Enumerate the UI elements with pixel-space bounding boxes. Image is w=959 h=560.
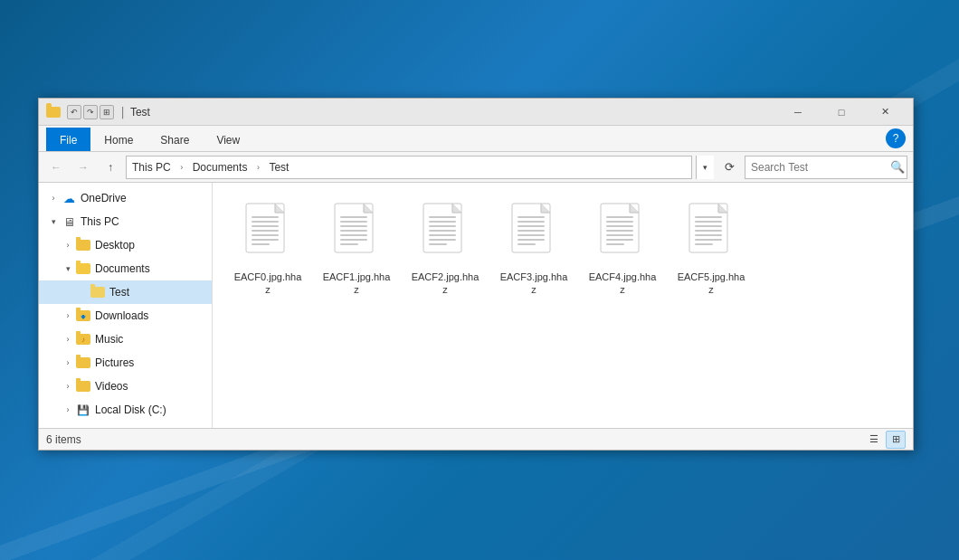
back-button[interactable]: ←	[44, 156, 68, 179]
svg-rect-7	[252, 239, 279, 241]
breadcrumb-documents[interactable]: Documents	[193, 161, 248, 174]
refresh-button[interactable]: ⟳	[717, 156, 741, 179]
sidebar-item-documents[interactable]: ▾ Documents	[39, 257, 212, 280]
expand-videos[interactable]: ›	[61, 379, 75, 394]
test-folder-icon	[90, 284, 106, 300]
breadcrumb-arrow-0[interactable]: ›	[175, 160, 189, 175]
svg-rect-17	[340, 243, 358, 245]
breadcrumb-this-pc[interactable]: This PC	[132, 161, 171, 174]
sidebar-item-desktop[interactable]: › Desktop	[39, 233, 212, 257]
item-count-label: 6 items	[46, 433, 864, 446]
forward-button[interactable]: →	[71, 156, 95, 179]
sidebar-item-test[interactable]: Test	[39, 280, 212, 304]
breadcrumb: This PC › Documents › Test	[132, 160, 289, 175]
svg-rect-53	[695, 243, 713, 245]
tab-view[interactable]: View	[203, 128, 253, 151]
svg-rect-3	[252, 221, 279, 223]
sidebar-item-videos[interactable]: › Videos	[39, 375, 212, 398]
sidebar-label-local-disk: Local Disk (C:)	[95, 403, 166, 416]
expand-local-disk[interactable]: ›	[61, 403, 75, 417]
svg-rect-52	[695, 239, 722, 241]
expand-pictures[interactable]: ›	[61, 356, 75, 370]
expand-downloads[interactable]: ›	[61, 308, 75, 323]
file-icon-3	[507, 202, 561, 267]
file-item-1[interactable]: EACF1.jpg.hhaz	[316, 197, 397, 301]
expand-this-pc[interactable]: ▾	[46, 214, 61, 229]
file-item-4[interactable]: EACF4.jpg.hhaz	[582, 197, 663, 301]
svg-rect-4	[252, 225, 279, 227]
expand-onedrive[interactable]: ›	[46, 191, 61, 205]
qat-undo-button[interactable]: ↶	[67, 105, 81, 119]
search-input[interactable]	[751, 161, 887, 174]
svg-rect-30	[517, 221, 545, 223]
svg-rect-16	[340, 239, 367, 241]
sidebar-label-test: Test	[109, 286, 129, 299]
address-dropdown-btn[interactable]: ▾	[696, 156, 714, 179]
file-name-5: EACF5.jpg.hhaz	[675, 271, 747, 297]
sidebar-item-local-disk[interactable]: › 💾 Local Disk (C:)	[39, 398, 212, 422]
sidebar-item-downloads[interactable]: › Downloads	[39, 304, 212, 327]
minimize-button[interactable]: ─	[777, 99, 819, 126]
svg-rect-34	[517, 239, 545, 241]
local-disk-icon: 💾	[75, 402, 91, 418]
svg-rect-12	[340, 221, 367, 223]
sidebar-item-pictures[interactable]: › Pictures	[39, 351, 212, 375]
svg-rect-31	[517, 225, 545, 227]
view-toggle: ☰ ⊞	[864, 431, 906, 449]
file-explorer-window: ↶ ↷ ⊞ │ Test ─ □ ✕ File Home Share View	[38, 98, 914, 451]
expand-documents[interactable]: ▾	[61, 261, 75, 276]
help-button[interactable]: ?	[886, 128, 906, 148]
file-icon-5	[684, 202, 738, 267]
view-list-button[interactable]: ☰	[864, 431, 884, 449]
file-name-0: EACF0.jpg.hhaz	[232, 271, 304, 297]
sidebar-label-pictures: Pictures	[95, 356, 134, 369]
sidebar-item-this-pc[interactable]: ▾ 🖥 This PC	[39, 210, 212, 233]
address-bar: ← → ↑ This PC › Documents › Test ▾ ⟳ 🔍	[39, 152, 913, 183]
sidebar-item-onedrive[interactable]: › ☁ OneDrive	[39, 186, 212, 210]
maximize-button[interactable]: □	[821, 99, 862, 126]
sidebar-item-music[interactable]: › ♪ Music	[39, 327, 212, 351]
file-item-0[interactable]: EACF0.jpg.hhaz	[227, 197, 309, 301]
videos-folder-icon	[75, 378, 91, 394]
file-name-2: EACF2.jpg.hhaz	[409, 271, 481, 297]
tab-share[interactable]: Share	[147, 128, 203, 151]
expand-music[interactable]: ›	[61, 332, 75, 346]
tab-home[interactable]: Home	[90, 128, 147, 151]
qat-properties-button[interactable]: ⊞	[100, 105, 114, 119]
close-button[interactable]: ✕	[864, 99, 906, 126]
svg-rect-44	[606, 243, 624, 245]
svg-rect-25	[429, 239, 456, 241]
svg-rect-33	[517, 234, 545, 236]
sidebar-label-desktop: Desktop	[95, 239, 135, 252]
address-box[interactable]: This PC › Documents › Test	[126, 156, 692, 179]
window-icon	[46, 105, 61, 119]
svg-rect-13	[340, 225, 367, 227]
svg-rect-5	[252, 230, 279, 232]
breadcrumb-arrow-1[interactable]: ›	[251, 160, 265, 175]
view-grid-button[interactable]: ⊞	[886, 431, 906, 449]
file-item-5[interactable]: EACF5.jpg.hhaz	[670, 197, 752, 301]
svg-rect-50	[695, 230, 722, 232]
search-icon[interactable]: 🔍	[890, 158, 905, 176]
file-item-2[interactable]: EACF2.jpg.hhaz	[404, 197, 486, 301]
svg-rect-23	[429, 230, 456, 232]
file-area: EACF0.jpg.hhazEACF1.jpg.hhazEACF2.jpg.hh…	[213, 183, 913, 428]
tab-file[interactable]: File	[46, 128, 90, 151]
svg-rect-26	[429, 243, 447, 245]
downloads-folder-icon	[75, 308, 91, 324]
qat-redo-button[interactable]: ↷	[83, 105, 98, 119]
pictures-folder-icon	[75, 355, 91, 371]
up-button[interactable]: ↑	[99, 156, 122, 179]
expand-desktop[interactable]: ›	[61, 238, 75, 252]
file-icon-1	[329, 202, 384, 267]
window-title: Test	[130, 106, 777, 119]
expand-test[interactable]	[75, 285, 90, 299]
main-area: › ☁ OneDrive ▾ 🖥 This PC ›	[39, 183, 913, 428]
breadcrumb-test[interactable]: Test	[269, 161, 289, 174]
file-name-3: EACF3.jpg.hhaz	[498, 271, 570, 297]
title-bar: ↶ ↷ ⊞ │ Test ─ □ ✕	[39, 99, 913, 126]
documents-folder-icon	[75, 261, 91, 277]
file-item-3[interactable]: EACF3.jpg.hhaz	[493, 197, 574, 301]
sidebar: › ☁ OneDrive ▾ 🖥 This PC ›	[39, 183, 213, 428]
file-icon-0	[241, 202, 295, 267]
